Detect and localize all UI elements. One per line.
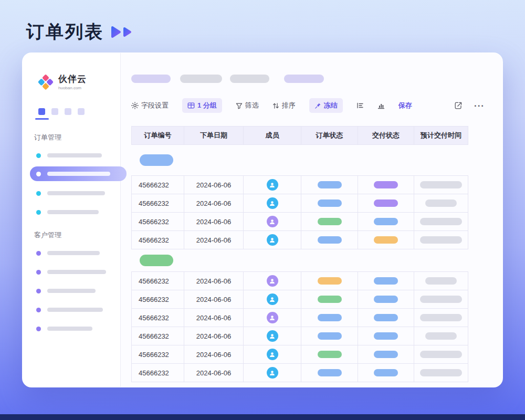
bottom-strip	[0, 414, 525, 420]
table-row[interactable]: 456662322024-06-06	[132, 231, 468, 249]
more-button[interactable]: ···	[474, 101, 485, 110]
save-button[interactable]: 保存	[398, 101, 412, 110]
sidebar-tab-3[interactable]	[65, 108, 71, 115]
row-height-button[interactable]	[356, 102, 364, 109]
column-header-member[interactable]: 成员	[244, 126, 301, 145]
item-text-placeholder	[47, 251, 100, 255]
order-date-cell: 2024-06-06	[184, 194, 244, 213]
order-date-cell: 2024-06-06	[184, 290, 244, 309]
table-row[interactable]: 456662322024-06-06	[132, 309, 468, 327]
column-header-order-no[interactable]: 订单编号	[132, 126, 184, 145]
eta-cell	[414, 345, 468, 364]
eta-placeholder-pill	[420, 351, 462, 358]
chart-button[interactable]	[377, 102, 385, 109]
column-header-delivery[interactable]: 交付状态	[358, 126, 414, 145]
column-header-order-date[interactable]: 下单日期	[184, 126, 244, 145]
member-cell	[244, 213, 301, 231]
item-dot	[36, 308, 41, 312]
sort-button[interactable]: 排序	[272, 101, 296, 110]
sidebar-item[interactable]	[23, 245, 120, 261]
member-avatar	[267, 216, 278, 227]
order-status-cell	[301, 345, 358, 364]
member-avatar	[267, 234, 278, 246]
order-date-cell: 2024-06-06	[184, 213, 244, 231]
share-button[interactable]	[454, 101, 463, 110]
table-row[interactable]: 456662322024-06-06	[132, 272, 468, 290]
sidebar-tab-4[interactable]	[78, 108, 85, 115]
person-icon	[269, 296, 276, 303]
person-icon	[269, 333, 276, 340]
item-text-placeholder	[47, 327, 92, 331]
sidebar-item[interactable]	[23, 302, 120, 318]
order-status-cell	[301, 364, 358, 382]
person-icon	[269, 200, 276, 207]
table-row[interactable]: 456662322024-06-06	[132, 364, 468, 382]
order-status-cell	[301, 309, 358, 327]
table-row[interactable]: 456662322024-06-06	[132, 345, 468, 364]
toolbar: 字段设置 1 分组 筛选	[131, 98, 502, 113]
person-icon	[269, 314, 276, 321]
group-header-row[interactable]	[131, 145, 468, 175]
delivery-status-cell	[358, 309, 414, 327]
delivery-status-pill	[374, 369, 398, 376]
delivery-status-cell	[358, 213, 414, 231]
eta-placeholder-pill	[420, 181, 462, 188]
member-avatar	[267, 312, 278, 323]
filter-funnel-icon	[236, 102, 243, 109]
logo[interactable]: 伙伴云 huoban.com	[23, 73, 120, 90]
table-row[interactable]: 456662322024-06-06	[132, 290, 468, 309]
column-header-order-status[interactable]: 订单状态	[301, 126, 358, 145]
filter-label: 筛选	[245, 101, 259, 110]
sidebar-item[interactable]	[23, 321, 120, 337]
member-avatar	[267, 275, 278, 287]
field-settings-button[interactable]: 字段设置	[131, 101, 169, 110]
order-number-cell: 45666232	[132, 327, 184, 345]
group-button[interactable]: 1 分组	[182, 98, 222, 113]
order-date-cell: 2024-06-06	[184, 272, 244, 290]
sidebar-item[interactable]	[23, 264, 120, 280]
sidebar-item[interactable]	[23, 148, 120, 163]
table-body: 456662322024-06-06456662322024-06-064566…	[131, 145, 468, 382]
app-window: 伙伴云 huoban.com 订单管理客户管理	[22, 52, 503, 387]
order-date-cell: 2024-06-06	[184, 176, 244, 194]
item-dot	[36, 210, 41, 215]
freeze-button[interactable]: 冻结	[309, 98, 343, 113]
huoban-logo-icon	[37, 74, 54, 90]
group-header-row[interactable]	[131, 249, 468, 271]
order-status-pill	[318, 277, 342, 285]
delivery-status-cell	[358, 176, 414, 194]
sidebar-tabs	[23, 108, 120, 115]
order-number-cell: 45666232	[132, 194, 184, 213]
freeze-label: 冻结	[324, 101, 338, 110]
delivery-status-cell	[358, 327, 414, 345]
sidebar-tab-1[interactable]	[38, 108, 45, 115]
sort-label: 排序	[282, 101, 296, 110]
sidebar-item[interactable]	[23, 204, 120, 220]
sidebar-item[interactable]	[23, 185, 120, 201]
table-row[interactable]: 456662322024-06-06	[132, 327, 468, 345]
column-header-eta[interactable]: 预计交付时间	[414, 126, 468, 145]
page-background: 订单列表	[0, 0, 525, 420]
person-icon	[269, 278, 276, 285]
person-icon	[269, 218, 276, 225]
sidebar-item-active[interactable]	[30, 166, 127, 181]
logo-text: 伙伴云 huoban.com	[58, 73, 87, 90]
order-number-cell: 45666232	[132, 213, 184, 231]
item-dot	[36, 191, 41, 196]
sidebar-section-label: 订单管理	[23, 133, 120, 142]
sidebar-section-label: 客户管理	[23, 230, 120, 240]
table-row[interactable]: 456662322024-06-06	[132, 194, 468, 213]
skeleton-pill	[230, 75, 269, 83]
eta-placeholder-pill	[420, 218, 462, 225]
sidebar-tab-2[interactable]	[51, 108, 58, 115]
order-status-pill	[318, 314, 342, 321]
order-status-cell	[301, 272, 358, 290]
item-text-placeholder	[47, 210, 99, 214]
filter-button[interactable]: 筛选	[236, 101, 259, 110]
member-cell	[244, 290, 301, 309]
member-avatar	[267, 197, 278, 209]
order-table: 订单编号 下单日期 成员 订单状态 交付状态 预计交付时间 4566623220…	[131, 126, 468, 382]
table-row[interactable]: 456662322024-06-06	[132, 176, 468, 194]
sidebar-item[interactable]	[23, 283, 120, 299]
table-row[interactable]: 456662322024-06-06	[132, 213, 468, 231]
